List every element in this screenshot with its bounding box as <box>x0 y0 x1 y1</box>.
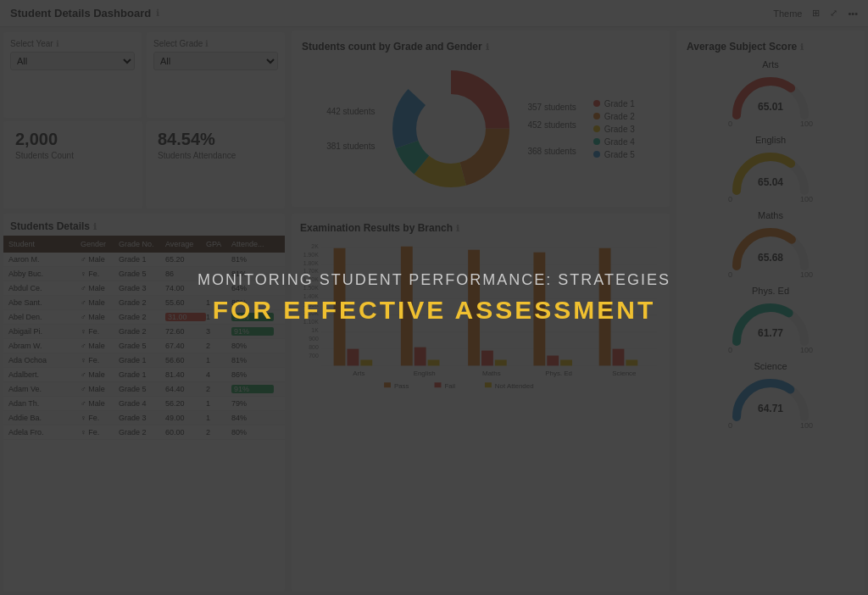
dashboard: Student Details Dashboard ℹ Theme ⊞ ⤢ ••… <box>0 0 868 595</box>
overlay: Monitoring Student Performance: Strategi… <box>0 0 868 595</box>
overlay-subtitle: Monitoring Student Performance: Strategi… <box>198 271 670 289</box>
overlay-title: For Effective Assessment <box>213 296 656 325</box>
